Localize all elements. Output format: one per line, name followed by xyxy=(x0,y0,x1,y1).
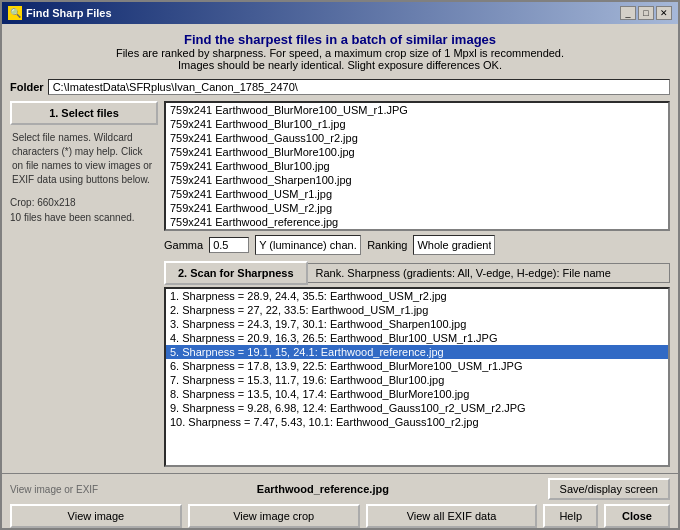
content-area: Find the sharpest files in a batch of si… xyxy=(2,24,678,473)
folder-label: Folder xyxy=(10,81,44,93)
result-item[interactable]: 5. Sharpness = 19.1, 15, 24.1: Earthwood… xyxy=(166,345,668,359)
current-file-label: Earthwood_reference.jpg xyxy=(257,483,389,495)
files-scanned: 10 files have been scanned. xyxy=(10,212,158,223)
title-bar: 🔍 Find Sharp Files _ □ ✕ xyxy=(2,2,678,24)
title-bar-left: 🔍 Find Sharp Files xyxy=(8,6,112,20)
file-list-item[interactable]: 759x241 Earthwood_reference.jpg xyxy=(166,215,668,229)
result-item[interactable]: 4. Sharpness = 20.9, 16.3, 26.5: Earthwo… xyxy=(166,331,668,345)
gamma-label: Gamma xyxy=(164,239,203,251)
header-title: Find the sharpest files in a batch of si… xyxy=(10,32,670,47)
ranking-label: Ranking xyxy=(367,239,407,251)
window-icon: 🔍 xyxy=(8,6,22,20)
scan-description: Rank. Sharpness (gradients: All, V-edge,… xyxy=(308,263,670,283)
result-item[interactable]: 9. Sharpness = 9.28, 6.98, 12.4: Earthwo… xyxy=(166,401,668,415)
main-area: 1. Select files Select file names. Wildc… xyxy=(10,101,670,467)
channel-dropdown[interactable]: Y (luminance) chan.R channelG channelB c… xyxy=(255,235,361,255)
result-item[interactable]: 2. Sharpness = 27, 22, 33.5: Earthwood_U… xyxy=(166,303,668,317)
bottom-top-row: View image or EXIF Earthwood_reference.j… xyxy=(10,478,670,500)
header-line1: Files are ranked by sharpness. For speed… xyxy=(10,47,670,59)
file-list-item[interactable]: 759x241 Earthwood_Blur100_r1.jpg xyxy=(166,117,668,131)
save-display-button[interactable]: Save/display screen xyxy=(548,478,670,500)
gamma-input[interactable] xyxy=(209,237,249,253)
header-line2: Images should be nearly identical. Sligh… xyxy=(10,59,670,71)
file-list-item[interactable]: 759x241 Earthwood_BlurMore100_USM_r1.JPG xyxy=(166,103,668,117)
file-list-item[interactable]: 759x241 Earthwood_Sharpen100.jpg xyxy=(166,173,668,187)
main-window: 🔍 Find Sharp Files _ □ ✕ Find the sharpe… xyxy=(0,0,680,530)
view-image-button[interactable]: View image xyxy=(10,504,182,528)
left-panel: 1. Select files Select file names. Wildc… xyxy=(10,101,158,467)
result-item[interactable]: 7. Sharpness = 15.3, 11.7, 19.6: Earthwo… xyxy=(166,373,668,387)
minimize-button[interactable]: _ xyxy=(620,6,636,20)
result-item[interactable]: 3. Sharpness = 24.3, 19.7, 30.1: Earthwo… xyxy=(166,317,668,331)
bottom-buttons: View image View image crop View all EXIF… xyxy=(10,504,670,528)
results-list[interactable]: 1. Sharpness = 28.9, 24.4, 35.5: Earthwo… xyxy=(164,287,670,467)
right-panel: 759x241 Earthwood_BlurMore100_USM_r1.JPG… xyxy=(164,101,670,467)
scan-section: 2. Scan for Sharpness Rank. Sharpness (g… xyxy=(164,261,670,467)
folder-row: Folder C:\ImatestData\SFRplus\Ivan_Canon… xyxy=(10,79,670,95)
window-title: Find Sharp Files xyxy=(26,7,112,19)
file-list-item[interactable]: 759x241 Earthwood_BlurMore100.jpg xyxy=(166,145,668,159)
file-list-item[interactable]: 759x241 Earthwood_Gauss100_r2_USM_r2.JPG xyxy=(166,229,668,231)
maximize-button[interactable]: □ xyxy=(638,6,654,20)
ranking-dropdown[interactable]: Whole gradientLow gradientHigh gradient xyxy=(413,235,495,255)
result-item[interactable]: 8. Sharpness = 13.5, 10.4, 17.4: Earthwo… xyxy=(166,387,668,401)
header-section: Find the sharpest files in a batch of si… xyxy=(10,30,670,73)
close-button[interactable]: Close xyxy=(604,504,670,528)
help-button[interactable]: Help xyxy=(543,504,598,528)
select-info-text: Select file names. Wildcard characters (… xyxy=(10,129,158,189)
select-files-button[interactable]: 1. Select files xyxy=(10,101,158,125)
crop-info: Crop: 660x218 xyxy=(10,197,158,208)
close-window-button[interactable]: ✕ xyxy=(656,6,672,20)
file-list-item[interactable]: 759x241 Earthwood_USM_r1.jpg xyxy=(166,187,668,201)
file-list-item[interactable]: 759x241 Earthwood_USM_r2.jpg xyxy=(166,201,668,215)
result-item[interactable]: 1. Sharpness = 28.9, 24.4, 35.5: Earthwo… xyxy=(166,289,668,303)
result-item[interactable]: 10. Sharpness = 7.47, 5.43, 10.1: Earthw… xyxy=(166,415,668,429)
folder-path: C:\ImatestData\SFRplus\Ivan_Canon_1785_2… xyxy=(48,79,670,95)
gamma-row: Gamma Y (luminance) chan.R channelG chan… xyxy=(164,235,670,255)
view-exif-button[interactable]: View all EXIF data xyxy=(366,504,538,528)
view-label: View image or EXIF xyxy=(10,484,98,495)
scan-button[interactable]: 2. Scan for Sharpness xyxy=(164,261,308,285)
scan-header: 2. Scan for Sharpness Rank. Sharpness (g… xyxy=(164,261,670,285)
file-list[interactable]: 759x241 Earthwood_BlurMore100_USM_r1.JPG… xyxy=(164,101,670,231)
file-list-item[interactable]: 759x241 Earthwood_Blur100.jpg xyxy=(166,159,668,173)
bottom-section: View image or EXIF Earthwood_reference.j… xyxy=(2,473,678,530)
result-item[interactable]: 6. Sharpness = 17.8, 13.9, 22.5: Earthwo… xyxy=(166,359,668,373)
view-crop-button[interactable]: View image crop xyxy=(188,504,360,528)
title-buttons: _ □ ✕ xyxy=(620,6,672,20)
file-list-item[interactable]: 759x241 Earthwood_Gauss100_r2.jpg xyxy=(166,131,668,145)
